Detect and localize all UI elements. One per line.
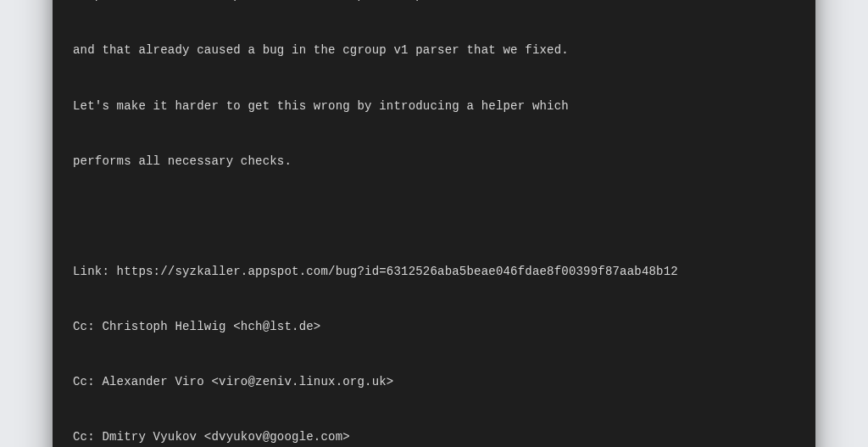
terminal-output[interactable]: fs: add vfs_parse_fs_param_source() help…: [53, 0, 815, 447]
output-line: Let's make it harder to get this wrong b…: [73, 98, 795, 116]
output-line: Cc: Alexander Viro <viro@zeniv.linux.org…: [73, 373, 795, 392]
output-line: and that already caused a bug in the cgr…: [73, 42, 795, 60]
output-line: performs all necessary checks.: [73, 153, 795, 171]
output-line: Link: https://syzkaller.appspot.com/bug?…: [73, 263, 795, 282]
terminal-window: fs: add vfs_parse_fs_param_source() help…: [53, 0, 815, 447]
output-line: Cc: Christoph Hellwig <hch@lst.de>: [73, 318, 795, 337]
output-line: Cc: Dmitry Vyukov <dvyukov@google.com>: [73, 428, 795, 447]
output-line: to parse the "source" parameter. A few p…: [73, 0, 795, 5]
output-line: [73, 208, 795, 226]
